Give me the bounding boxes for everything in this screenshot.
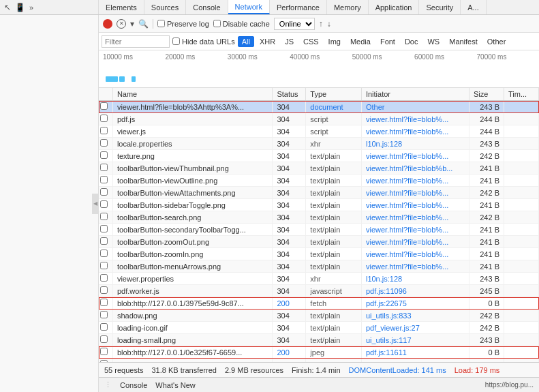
- search-icon[interactable]: 🔍: [138, 19, 149, 29]
- row-initiator[interactable]: viewer.html?file=blob%...: [361, 248, 469, 260]
- record-button[interactable]: [103, 19, 112, 29]
- row-initiator[interactable]: viewer.html?file=blob%...: [361, 113, 469, 125]
- row-checkbox[interactable]: [100, 176, 108, 183]
- type-filter-js[interactable]: JS: [281, 36, 298, 47]
- clear-button[interactable]: ✕: [117, 19, 126, 29]
- row-initiator[interactable]: viewer.html?file=blob%...: [361, 125, 469, 138]
- row-checkbox[interactable]: [100, 164, 108, 171]
- mobile-icon[interactable]: 📱: [14, 1, 27, 14]
- row-checkbox[interactable]: [100, 115, 108, 122]
- type-filter-manifest[interactable]: Manifest: [445, 36, 482, 47]
- row-name[interactable]: viewer.js: [112, 125, 273, 138]
- row-checkbox[interactable]: [100, 250, 108, 257]
- row-checkbox[interactable]: [100, 335, 108, 343]
- row-name[interactable]: blob:http://127.0.0.1/3975e59d-9c87...: [112, 297, 273, 310]
- table-row[interactable]: locale.properties304xhrl10n.js:128243 B: [99, 138, 539, 150]
- table-row[interactable]: toolbarButton-zoomOut.png304text/plainvi…: [99, 236, 539, 248]
- tab-elements[interactable]: Elements: [99, 0, 144, 14]
- sidebar-collapse[interactable]: ◀: [92, 194, 99, 214]
- console-tab[interactable]: Console: [120, 381, 147, 389]
- row-initiator[interactable]: viewer.html?file=blob%...: [361, 150, 469, 162]
- tab-network[interactable]: Network: [228, 0, 270, 14]
- col-status-header[interactable]: Status: [273, 88, 306, 101]
- table-row[interactable]: blob:http://127.0.0.1/3975e59d-9c87...20…: [99, 297, 539, 310]
- row-initiator[interactable]: viewer.html?file=blob%...: [361, 224, 469, 236]
- type-filter-img[interactable]: Img: [324, 36, 345, 47]
- tab-application[interactable]: Application: [369, 0, 420, 14]
- table-row[interactable]: loading-small.png304text/plainui_utils.j…: [99, 334, 539, 346]
- row-checkbox[interactable]: [100, 299, 108, 306]
- row-initiator[interactable]: pdf.js:22675: [361, 297, 469, 310]
- type-filter-font[interactable]: Font: [376, 36, 399, 47]
- type-filter-css[interactable]: CSS: [299, 36, 323, 47]
- table-row[interactable]: toolbarButton-viewThumbnail.png304text/p…: [99, 162, 539, 175]
- tab-performance[interactable]: Performance: [270, 0, 327, 14]
- type-filter-doc[interactable]: Doc: [401, 36, 422, 47]
- row-initiator[interactable]: viewer.html?file=blob%...: [361, 175, 469, 187]
- filter-icon[interactable]: ▾: [130, 19, 134, 29]
- row-name[interactable]: texture.png: [112, 150, 273, 162]
- row-checkbox[interactable]: [100, 188, 108, 196]
- row-name[interactable]: locale.properties: [112, 138, 273, 150]
- online-select[interactable]: Online: [274, 18, 315, 30]
- table-row[interactable]: toolbarButton-viewOutline.png304text/pla…: [99, 175, 539, 187]
- row-name[interactable]: toolbarButton-secondaryToolbarTogg...: [112, 224, 273, 236]
- row-initiator[interactable]: viewer.html?file=blob%...: [361, 236, 469, 248]
- row-name[interactable]: viewer.html?file=blob%3Ahttp%3A%...: [112, 101, 273, 113]
- disable-cache-checkbox[interactable]: Disable cache: [213, 20, 270, 28]
- type-filter-media[interactable]: Media: [346, 36, 375, 47]
- table-row[interactable]: toolbarButton-sidebarToggle.png304text/p…: [99, 199, 539, 211]
- table-row[interactable]: toolbarButton-secondaryToolbarTogg...304…: [99, 224, 539, 236]
- row-name[interactable]: shadow.png: [112, 310, 273, 322]
- tab-sources[interactable]: Sources: [144, 0, 186, 14]
- row-name[interactable]: toolbarButton-search.png: [112, 211, 273, 224]
- row-name[interactable]: blob:http://127.0.0.1/0e325f67-6659...: [112, 346, 273, 359]
- row-checkbox[interactable]: [100, 225, 108, 232]
- col-time-header[interactable]: Tim...: [504, 88, 538, 101]
- row-initiator[interactable]: ui_utils.js:117: [361, 334, 469, 346]
- pointer-icon[interactable]: ↖: [3, 1, 12, 14]
- row-name[interactable]: pdf.js: [112, 113, 273, 125]
- row-checkbox[interactable]: [100, 286, 108, 294]
- row-name[interactable]: toolbarButton-viewAttachments.png: [112, 187, 273, 199]
- tab-security[interactable]: Security: [419, 0, 461, 14]
- row-name[interactable]: viewer.properties: [112, 273, 273, 285]
- row-initiator[interactable]: ui_utils.js:833: [361, 310, 469, 322]
- row-checkbox[interactable]: [100, 139, 108, 147]
- table-row[interactable]: texture.png304text/plainviewer.html?file…: [99, 150, 539, 162]
- row-initiator[interactable]: pdf_viewer.js:27: [361, 322, 469, 334]
- row-checkbox[interactable]: [100, 348, 108, 355]
- download-icon[interactable]: ↓: [327, 19, 331, 29]
- preserve-log-checkbox[interactable]: Preserve log: [157, 20, 209, 28]
- load-time[interactable]: Load: 179 ms: [455, 366, 500, 374]
- row-checkbox[interactable]: [100, 127, 108, 134]
- row-checkbox[interactable]: [100, 151, 108, 159]
- table-row[interactable]: toolbarButton-zoomIn.png304text/plainvie…: [99, 248, 539, 260]
- col-name-header[interactable]: Name: [112, 88, 273, 101]
- col-size-header[interactable]: Size: [469, 88, 504, 101]
- row-name[interactable]: pdf.worker.js: [112, 285, 273, 297]
- row-checkbox[interactable]: [100, 102, 108, 110]
- table-row[interactable]: toolbarButton-search.png304text/plainvie…: [99, 211, 539, 224]
- row-initiator[interactable]: l10n.js:128: [361, 273, 469, 285]
- col-type-header[interactable]: Type: [306, 88, 362, 101]
- table-row[interactable]: toolbarButton-menuArrows.png304text/plai…: [99, 260, 539, 273]
- whats-new-tab[interactable]: What's New: [155, 381, 195, 389]
- row-initiator[interactable]: pdf.js:11096: [361, 285, 469, 297]
- row-name[interactable]: toolbarButton-sidebarToggle.png: [112, 199, 273, 211]
- row-initiator[interactable]: viewer.html?file=blob%...: [361, 199, 469, 211]
- table-row[interactable]: pdf.worker.js304javascriptpdf.js:1109624…: [99, 285, 539, 297]
- type-filter-other[interactable]: Other: [483, 36, 510, 47]
- type-filter-ws[interactable]: WS: [423, 36, 444, 47]
- row-initiator[interactable]: Other: [361, 101, 469, 113]
- tab-memory[interactable]: Memory: [327, 0, 369, 14]
- table-row[interactable]: shadow.png304text/plainui_utils.js:83324…: [99, 310, 539, 322]
- dom-content-loaded[interactable]: DOMContentLoaded: 141 ms: [349, 366, 446, 374]
- row-name[interactable]: toolbarButton-viewThumbnail.png: [112, 162, 273, 175]
- table-row[interactable]: viewer.js304scriptviewer.html?file=blob%…: [99, 125, 539, 138]
- row-checkbox[interactable]: [100, 200, 108, 208]
- row-name[interactable]: loading-icon.gif: [112, 322, 273, 334]
- row-name[interactable]: loading-small.png: [112, 334, 273, 346]
- row-initiator[interactable]: viewer.html?file=blob%...: [361, 187, 469, 199]
- row-name[interactable]: toolbarButton-menuArrows.png: [112, 260, 273, 273]
